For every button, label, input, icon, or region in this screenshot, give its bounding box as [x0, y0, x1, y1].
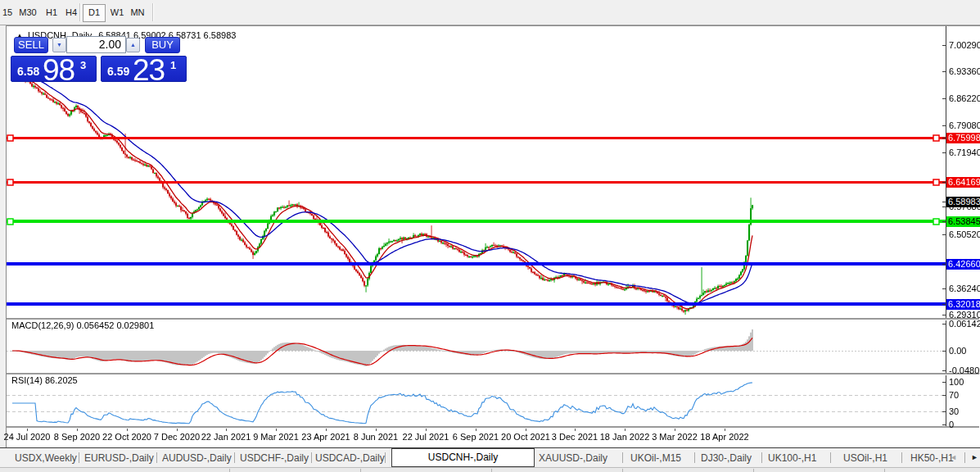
x-axis-date: 3 Dec 2021 — [552, 432, 598, 442]
toolbar-separator — [79, 3, 81, 21]
x-axis-date: 22 Jan 2021 — [201, 432, 251, 442]
timeframe-button-15[interactable]: 15 — [2, 4, 13, 20]
tab-separator — [385, 452, 386, 463]
sell-price-small: 6.58 — [17, 65, 39, 78]
status-separator — [622, 469, 623, 472]
tab-separator — [694, 452, 695, 463]
macd-signal-value: 0.029801 — [116, 320, 154, 330]
tab-separator — [761, 452, 762, 463]
x-axis-date: 9 Mar 2021 — [253, 432, 299, 442]
x-axis-date: 22 Jul 2021 — [403, 432, 449, 442]
x-axis-date: 6 Sep 2021 — [453, 432, 499, 442]
y-axis-tick: 6.71940 — [949, 148, 980, 158]
tab-separator — [964, 452, 965, 463]
rsi-axis-tick: 30 — [949, 406, 959, 417]
tab-XAUUSD-,Daily[interactable]: XAUUSD-,Daily — [539, 452, 607, 464]
tab-separator — [79, 452, 79, 463]
sell-button[interactable]: SELL — [14, 37, 48, 53]
sell-price-big: 98 — [43, 53, 75, 88]
y-axis-tick: 6.50520 — [949, 229, 980, 240]
tab-USDCNH-,Daily[interactable]: USDCNH-,Daily — [391, 448, 535, 467]
tab-scroll-right-icon[interactable]: ► — [971, 453, 978, 461]
x-axis-date: 18 Apr 2022 — [700, 432, 748, 442]
timeframe-button-H1[interactable]: H1 — [43, 4, 60, 20]
timeframe-button-W1[interactable]: W1 — [108, 4, 126, 20]
x-axis-date: 7 Dec 2020 — [154, 432, 200, 442]
buy-button[interactable]: BUY — [145, 37, 180, 53]
x-axis-date: 22 Oct 2020 — [102, 432, 151, 442]
buy-price-small: 6.59 — [107, 65, 129, 78]
price-level-label: 6.42660 — [946, 259, 980, 270]
macd-axis-tick: -0.048025 — [949, 365, 980, 376]
tab-separator — [622, 452, 623, 463]
rsi-value: 86.2025 — [45, 375, 78, 385]
tab-label: USDCNH-,Daily — [392, 449, 534, 466]
tab-separator — [156, 452, 157, 463]
chart-tab-bar: USDX,WeeklyEURUSD-,DailyAUDUSD-,DailyUSD… — [0, 447, 980, 468]
y-axis-tick: 6.36240 — [949, 284, 980, 294]
spinner-up-icon: ▲ — [130, 42, 136, 48]
tab-AUDUSD-,Daily[interactable]: AUDUSD-,Daily — [162, 452, 232, 464]
tab-separator — [234, 452, 235, 463]
status-separator — [753, 469, 754, 472]
status-strip — [0, 467, 980, 472]
toolbar-separator — [152, 3, 154, 21]
volume-input[interactable]: 2.00 — [66, 36, 126, 53]
volume-decrease-button[interactable]: ▼ — [52, 38, 66, 52]
tab-USDCHF-,Daily[interactable]: USDCHF-,Daily — [240, 452, 309, 464]
tab-scroll-left-icon[interactable]: ◄ — [950, 453, 957, 461]
x-axis-date: 8 Sep 2020 — [54, 432, 100, 442]
price-level-label: 6.32018 — [946, 299, 980, 310]
tab-DJ30-,Daily[interactable]: DJ30-,Daily — [701, 452, 752, 464]
buy-price-display[interactable]: 6.59 23 1 — [101, 56, 187, 82]
tab-UK100-,H1[interactable]: UK100-,H1 — [768, 452, 816, 464]
y-axis-tick: 7.00290 — [949, 40, 980, 51]
chart-canvas[interactable] — [7, 26, 979, 446]
time-axis-splitter — [7, 426, 979, 429]
x-axis-date: 23 Apr 2021 — [301, 432, 350, 442]
timeframe-button-M30[interactable]: M30 — [16, 4, 39, 20]
sell-price-sup: 3 — [80, 59, 86, 71]
timeframe-button-H4[interactable]: H4 — [63, 4, 79, 20]
x-axis-date: 8 Jun 2021 — [354, 432, 398, 442]
tab-UKOil-,M15[interactable]: UKOil-,M15 — [630, 452, 681, 464]
macd-main-value: 0.056452 — [76, 320, 114, 330]
volume-increase-button[interactable]: ▲ — [126, 38, 140, 52]
current-price-label: 6.58983 — [946, 197, 980, 207]
buy-price-sup: 1 — [170, 59, 176, 71]
timeframe-button-MN[interactable]: MN — [128, 4, 147, 20]
rsi-pane-splitter[interactable] — [7, 373, 979, 375]
status-separator — [360, 469, 361, 472]
tab-separator — [311, 452, 312, 463]
tab-HK50-,H1[interactable]: HK50-,H1 — [910, 452, 954, 464]
rsi-indicator-label: RSI(14) 86.2025 — [11, 375, 78, 385]
status-separator — [229, 469, 230, 472]
rsi-axis-tick: 0 — [949, 420, 954, 430]
buy-price-big: 23 — [133, 53, 165, 88]
y-axis-tick: 6.93360 — [949, 66, 980, 77]
x-axis-date: 24 Jul 2020 — [4, 432, 51, 442]
tab-EURUSD-,Daily[interactable]: EURUSD-,Daily — [84, 452, 154, 464]
tab-USOil-,H1[interactable]: USOil-,H1 — [843, 452, 887, 464]
macd-indicator-label: MACD(12,26,9) 0.056452 0.029801 — [11, 320, 154, 330]
timeframe-toolbar: 15M30H1H4D1W1MN — [0, 0, 980, 25]
x-axis-date: 18 Jan 2022 — [600, 432, 650, 442]
rsi-axis-tick: 100 — [949, 377, 964, 388]
tab-USDX,Weekly[interactable]: USDX,Weekly — [15, 452, 77, 464]
price-level-label: 6.75998 — [946, 133, 980, 143]
x-axis-date: 20 Oct 2021 — [501, 432, 550, 442]
status-separator — [491, 469, 492, 472]
status-separator — [884, 469, 885, 472]
rsi-axis-tick: 70 — [949, 390, 959, 401]
timeframe-button-D1[interactable]: D1 — [83, 4, 106, 22]
tab-separator — [901, 452, 902, 463]
price-level-label: 6.64169 — [946, 177, 980, 188]
sell-price-display[interactable]: 6.58 98 3 — [11, 56, 97, 82]
price-level-label: 6.53845 — [946, 216, 980, 227]
mt4-application: { "toolbar": { "timeframes": [ {"label":… — [0, 0, 980, 472]
y-axis-tick: 6.79080 — [949, 120, 980, 131]
x-axis-date: 3 Mar 2022 — [652, 432, 698, 442]
tab-USDCAD-,Daily[interactable]: USDCAD-,Daily — [315, 452, 385, 464]
tab-separator — [830, 452, 831, 463]
spinner-down-icon: ▼ — [56, 42, 62, 48]
